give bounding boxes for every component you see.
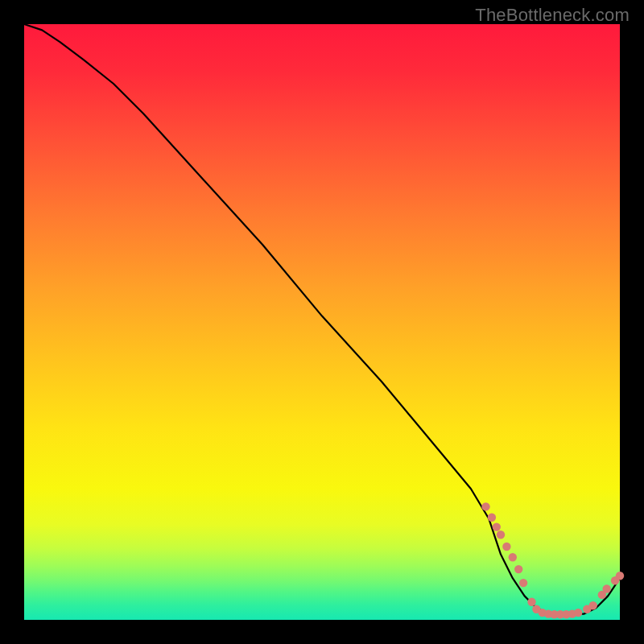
chart-frame: TheBottleneck.com: [0, 0, 644, 644]
data-point: [616, 572, 624, 580]
data-point: [488, 514, 496, 522]
data-point: [527, 598, 535, 606]
data-point: [589, 601, 597, 609]
data-point: [493, 522, 501, 530]
data-point: [603, 584, 611, 592]
data-point: [497, 530, 505, 539]
data-point: [519, 579, 527, 587]
bottleneck-curve: [24, 24, 620, 614]
watermark-label: TheBottleneck.com: [475, 5, 630, 26]
data-point: [481, 502, 489, 510]
data-point: [574, 609, 582, 617]
data-point: [509, 553, 517, 561]
chart-svg: [24, 24, 620, 620]
data-point: [502, 543, 510, 551]
data-point: [514, 565, 522, 573]
